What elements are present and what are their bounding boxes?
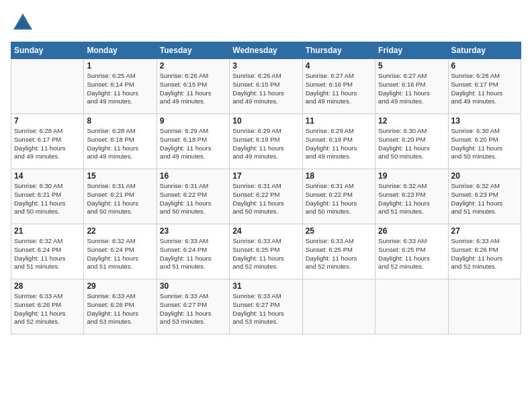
day-number: 11	[306, 116, 372, 126]
day-number: 17	[232, 171, 299, 181]
day-info: Sunrise: 6:26 AMSunset: 6:15 PMDaylight:…	[232, 72, 299, 106]
calendar-week-row: 7Sunrise: 6:28 AMSunset: 6:17 PMDaylight…	[11, 114, 521, 169]
calendar-cell: 6Sunrise: 6:28 AMSunset: 6:17 PMDaylight…	[448, 59, 521, 114]
calendar-cell: 15Sunrise: 6:31 AMSunset: 6:21 PMDayligh…	[84, 169, 157, 224]
day-number: 2	[160, 61, 226, 71]
day-number: 22	[87, 226, 153, 236]
day-info: Sunrise: 6:29 AMSunset: 6:18 PMDaylight:…	[160, 127, 226, 161]
calendar-cell: 27Sunrise: 6:33 AMSunset: 6:26 PMDayligh…	[448, 224, 521, 279]
calendar-cell	[448, 279, 521, 334]
day-info: Sunrise: 6:25 AMSunset: 6:14 PMDaylight:…	[87, 72, 153, 106]
day-info: Sunrise: 6:31 AMSunset: 6:22 PMDaylight:…	[306, 182, 372, 216]
calendar-cell: 2Sunrise: 6:26 AMSunset: 6:15 PMDaylight…	[157, 59, 229, 114]
day-number: 15	[87, 171, 153, 181]
weekday-header-wednesday: Wednesday	[230, 42, 302, 59]
day-info: Sunrise: 6:31 AMSunset: 6:21 PMDaylight:…	[87, 182, 153, 216]
day-number: 21	[14, 226, 81, 236]
calendar-cell: 29Sunrise: 6:33 AMSunset: 6:26 PMDayligh…	[84, 279, 157, 334]
weekday-header-tuesday: Tuesday	[157, 42, 229, 59]
day-info: Sunrise: 6:30 AMSunset: 6:20 PMDaylight:…	[378, 127, 445, 161]
day-number: 13	[451, 116, 518, 126]
weekday-header-thursday: Thursday	[302, 42, 375, 59]
calendar-cell: 10Sunrise: 6:29 AMSunset: 6:19 PMDayligh…	[230, 114, 302, 169]
day-number: 6	[451, 61, 518, 71]
day-info: Sunrise: 6:27 AMSunset: 6:16 PMDaylight:…	[306, 72, 372, 106]
calendar-cell: 22Sunrise: 6:32 AMSunset: 6:24 PMDayligh…	[84, 224, 157, 279]
day-number: 25	[306, 226, 372, 236]
day-info: Sunrise: 6:31 AMSunset: 6:22 PMDaylight:…	[232, 182, 299, 216]
day-info: Sunrise: 6:32 AMSunset: 6:24 PMDaylight:…	[87, 237, 153, 271]
calendar-week-row: 14Sunrise: 6:30 AMSunset: 6:21 PMDayligh…	[11, 169, 521, 224]
calendar-cell: 9Sunrise: 6:29 AMSunset: 6:18 PMDaylight…	[157, 114, 229, 169]
day-info: Sunrise: 6:30 AMSunset: 6:20 PMDaylight:…	[451, 127, 518, 161]
calendar-cell: 21Sunrise: 6:32 AMSunset: 6:24 PMDayligh…	[11, 224, 84, 279]
day-number: 20	[451, 171, 518, 181]
day-number: 19	[378, 171, 445, 181]
calendar-week-row: 28Sunrise: 6:33 AMSunset: 6:26 PMDayligh…	[11, 279, 521, 334]
day-info: Sunrise: 6:31 AMSunset: 6:22 PMDaylight:…	[160, 182, 226, 216]
logo-icon	[11, 11, 35, 35]
day-info: Sunrise: 6:28 AMSunset: 6:17 PMDaylight:…	[14, 127, 81, 161]
weekday-header-row: SundayMondayTuesdayWednesdayThursdayFrid…	[11, 42, 521, 59]
header	[11, 11, 521, 35]
calendar-cell: 11Sunrise: 6:29 AMSunset: 6:19 PMDayligh…	[302, 114, 375, 169]
day-info: Sunrise: 6:33 AMSunset: 6:24 PMDaylight:…	[160, 237, 226, 271]
day-info: Sunrise: 6:29 AMSunset: 6:19 PMDaylight:…	[306, 127, 372, 161]
day-number: 5	[378, 61, 445, 71]
day-number: 9	[160, 116, 226, 126]
day-info: Sunrise: 6:29 AMSunset: 6:19 PMDaylight:…	[232, 127, 299, 161]
day-info: Sunrise: 6:33 AMSunset: 6:27 PMDaylight:…	[232, 292, 299, 326]
calendar-cell: 25Sunrise: 6:33 AMSunset: 6:25 PMDayligh…	[302, 224, 375, 279]
calendar-cell: 30Sunrise: 6:33 AMSunset: 6:27 PMDayligh…	[157, 279, 229, 334]
day-info: Sunrise: 6:32 AMSunset: 6:23 PMDaylight:…	[451, 182, 518, 216]
calendar-cell: 16Sunrise: 6:31 AMSunset: 6:22 PMDayligh…	[157, 169, 229, 224]
calendar-cell: 5Sunrise: 6:27 AMSunset: 6:16 PMDaylight…	[375, 59, 448, 114]
day-number: 28	[14, 281, 81, 291]
day-number: 14	[14, 171, 81, 181]
day-info: Sunrise: 6:27 AMSunset: 6:16 PMDaylight:…	[378, 72, 445, 106]
day-info: Sunrise: 6:33 AMSunset: 6:25 PMDaylight:…	[232, 237, 299, 271]
calendar-cell: 26Sunrise: 6:33 AMSunset: 6:25 PMDayligh…	[375, 224, 448, 279]
day-info: Sunrise: 6:30 AMSunset: 6:21 PMDaylight:…	[14, 182, 81, 216]
day-info: Sunrise: 6:33 AMSunset: 6:26 PMDaylight:…	[451, 237, 518, 271]
day-number: 18	[306, 171, 372, 181]
calendar-cell: 31Sunrise: 6:33 AMSunset: 6:27 PMDayligh…	[230, 279, 302, 334]
calendar-cell: 13Sunrise: 6:30 AMSunset: 6:20 PMDayligh…	[448, 114, 521, 169]
calendar-cell	[302, 279, 375, 334]
weekday-header-saturday: Saturday	[448, 42, 521, 59]
page-container: SundayMondayTuesdayWednesdayThursdayFrid…	[0, 0, 532, 340]
calendar-cell: 4Sunrise: 6:27 AMSunset: 6:16 PMDaylight…	[302, 59, 375, 114]
day-info: Sunrise: 6:28 AMSunset: 6:17 PMDaylight:…	[451, 72, 518, 106]
calendar-cell	[375, 279, 448, 334]
day-number: 16	[160, 171, 226, 181]
calendar-week-row: 1Sunrise: 6:25 AMSunset: 6:14 PMDaylight…	[11, 59, 521, 114]
day-info: Sunrise: 6:26 AMSunset: 6:15 PMDaylight:…	[160, 72, 226, 106]
calendar-cell: 7Sunrise: 6:28 AMSunset: 6:17 PMDaylight…	[11, 114, 84, 169]
day-number: 23	[160, 226, 226, 236]
calendar-cell: 28Sunrise: 6:33 AMSunset: 6:26 PMDayligh…	[11, 279, 84, 334]
day-number: 30	[160, 281, 226, 291]
day-info: Sunrise: 6:32 AMSunset: 6:23 PMDaylight:…	[378, 182, 445, 216]
calendar-table: SundayMondayTuesdayWednesdayThursdayFrid…	[11, 42, 521, 334]
calendar-cell: 8Sunrise: 6:28 AMSunset: 6:18 PMDaylight…	[84, 114, 157, 169]
day-number: 8	[87, 116, 153, 126]
calendar-cell: 23Sunrise: 6:33 AMSunset: 6:24 PMDayligh…	[157, 224, 229, 279]
day-number: 29	[87, 281, 153, 291]
weekday-header-friday: Friday	[375, 42, 448, 59]
day-number: 3	[232, 61, 299, 71]
day-info: Sunrise: 6:33 AMSunset: 6:27 PMDaylight:…	[160, 292, 226, 326]
day-number: 12	[378, 116, 445, 126]
day-number: 24	[232, 226, 299, 236]
day-number: 31	[232, 281, 299, 291]
day-info: Sunrise: 6:33 AMSunset: 6:26 PMDaylight:…	[14, 292, 81, 326]
calendar-cell: 14Sunrise: 6:30 AMSunset: 6:21 PMDayligh…	[11, 169, 84, 224]
weekday-header-sunday: Sunday	[11, 42, 84, 59]
day-number: 10	[232, 116, 299, 126]
day-info: Sunrise: 6:32 AMSunset: 6:24 PMDaylight:…	[14, 237, 81, 271]
calendar-cell: 19Sunrise: 6:32 AMSunset: 6:23 PMDayligh…	[375, 169, 448, 224]
day-number: 7	[14, 116, 81, 126]
day-number: 1	[87, 61, 153, 71]
day-info: Sunrise: 6:33 AMSunset: 6:25 PMDaylight:…	[378, 237, 445, 271]
calendar-week-row: 21Sunrise: 6:32 AMSunset: 6:24 PMDayligh…	[11, 224, 521, 279]
calendar-cell: 17Sunrise: 6:31 AMSunset: 6:22 PMDayligh…	[230, 169, 302, 224]
